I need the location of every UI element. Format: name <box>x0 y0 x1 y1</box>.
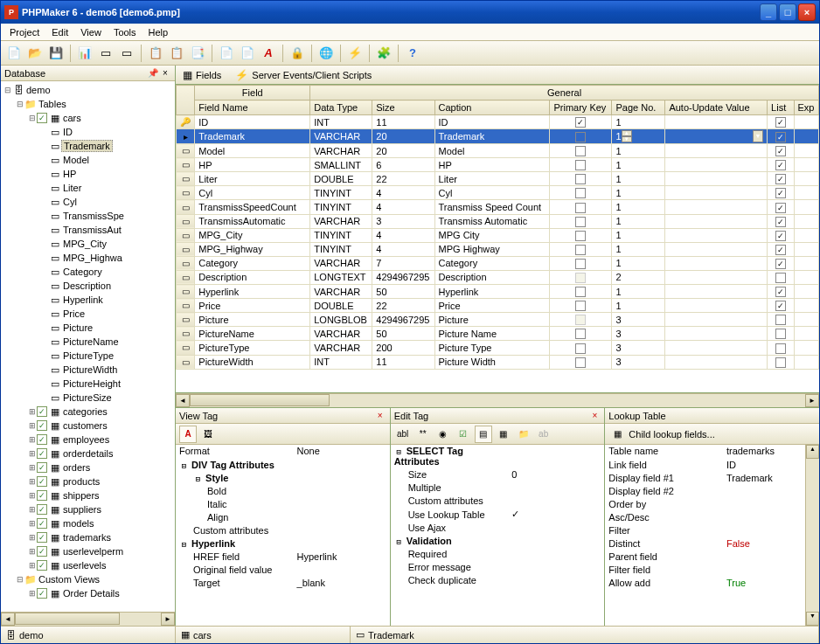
grid-row[interactable]: ▭MPG_HighwayTINYINT4MPG Highway1✓ <box>177 242 819 256</box>
menu-project[interactable]: Project <box>4 25 45 39</box>
prop-row[interactable]: Filter field <box>605 563 819 576</box>
open-icon[interactable]: 📂 <box>25 44 45 63</box>
tree-node[interactable]: ▭Trademark <box>3 139 173 153</box>
menu-tools[interactable]: Tools <box>108 25 142 39</box>
checkbox-icon[interactable]: ☑ <box>455 426 472 443</box>
gen-icon[interactable]: ⚡ <box>345 44 365 63</box>
grid-row[interactable]: ▭HyperlinkVARCHAR50Hyperlink1✓ <box>177 285 819 299</box>
radio-icon[interactable]: ◉ <box>434 426 452 443</box>
prop-row[interactable]: Asc/Desc <box>605 510 819 523</box>
child-lookup-icon[interactable]: ▦ <box>608 426 626 443</box>
tree-node[interactable]: ▭PictureHeight <box>3 377 173 391</box>
grid-row[interactable]: ▭CylTINYINT4Cyl1✓ <box>177 186 819 200</box>
tree-node[interactable]: ▭Category <box>3 265 173 279</box>
tree-node[interactable]: ⊞✓▦userlevels <box>3 558 173 572</box>
ext-icon[interactable]: 🧩 <box>374 44 393 63</box>
format-text-icon[interactable]: A <box>179 426 197 443</box>
file-icon[interactable]: 📁 <box>515 426 532 443</box>
tree-node[interactable]: ⊞✓▦models <box>3 516 173 530</box>
fields-grid[interactable]: FieldGeneralField NameData TypeSizeCapti… <box>176 85 819 393</box>
doc2-icon[interactable]: 📄 <box>238 44 257 63</box>
hidden-icon[interactable]: ab <box>535 426 552 443</box>
prop-row[interactable]: Size0 <box>391 468 605 481</box>
grid-row[interactable]: 🔑IDINT11ID✓1✓ <box>177 115 819 129</box>
menu-view[interactable]: View <box>75 25 107 39</box>
panel-close-icon[interactable]: × <box>588 410 601 422</box>
tree-node[interactable]: ▭Cyl <box>3 195 173 209</box>
tab-fields[interactable]: ▦Fields <box>179 67 225 83</box>
prop-row[interactable]: Display field #2 <box>605 484 819 497</box>
panel-close-icon[interactable]: × <box>159 67 171 80</box>
grid-row[interactable]: ▭HPSMALLINT6HP1✓ <box>177 158 819 172</box>
copy-icon[interactable]: 📋 <box>146 44 165 63</box>
tree-node[interactable]: ▭MPG_Highwa <box>3 251 173 265</box>
grid-row[interactable]: ▭DescriptionLONGTEXT4294967295Descriptio… <box>177 270 819 284</box>
tree-node[interactable]: ▭Liter <box>3 181 173 195</box>
prop-row[interactable]: Error message <box>391 561 605 574</box>
prop-row[interactable]: Original field value <box>176 563 390 576</box>
prop-row[interactable]: Custom attributes <box>176 523 390 537</box>
prop-group[interactable]: ⊟ SELECT Tag Attributes <box>391 445 605 468</box>
tree-node[interactable]: ⊟📁Tables <box>3 97 173 111</box>
tree-node[interactable]: ⊞✓▦trademarks <box>3 530 173 544</box>
sync-icon[interactable]: 📊 <box>75 44 94 63</box>
lookup-vscroll[interactable]: ▲ ▼ <box>805 445 819 626</box>
prop-group[interactable]: ⊟ Validation <box>391 535 605 548</box>
grid-row[interactable]: ▭MPG_CityTINYINT4MPG City1✓ <box>177 228 819 242</box>
tab-events[interactable]: ⚡Server Events/Client Scripts <box>232 67 375 83</box>
prop-row[interactable]: Custom attributes <box>391 495 605 508</box>
prop-row[interactable]: Display field #1Trademark <box>605 471 819 484</box>
grid-row[interactable]: ▭ModelVARCHAR20Model1✓ <box>177 144 819 158</box>
grid-hscroll[interactable]: ◄► <box>176 393 819 407</box>
prop-row[interactable]: FormatNone <box>176 445 390 458</box>
new-icon[interactable]: 📄 <box>4 44 24 63</box>
tree-node[interactable]: ▭PictureWidth <box>3 363 173 377</box>
pin-icon[interactable]: 📌 <box>147 67 159 80</box>
maximize-button[interactable]: □ <box>779 3 796 21</box>
help-icon[interactable]: ? <box>403 44 422 63</box>
prop-row[interactable]: DistinctFalse <box>605 537 819 550</box>
prop-row[interactable]: Multiple <box>391 481 605 495</box>
password-icon[interactable]: ** <box>414 426 432 443</box>
paste-icon[interactable]: 📋 <box>167 44 186 63</box>
prop-row[interactable]: Table nametrademarks <box>605 445 819 458</box>
select-icon[interactable]: ▤ <box>475 426 492 443</box>
prop-row[interactable]: Italic <box>176 497 390 510</box>
tree-node[interactable]: ▭TransmissSpe <box>3 209 173 223</box>
grid-row[interactable]: ▭PictureWidthINT11Picture Width3 <box>177 355 819 369</box>
menu-edit[interactable]: Edit <box>46 25 73 39</box>
text-input-icon[interactable]: abl <box>394 426 412 443</box>
tree-node[interactable]: ⊞✓▦customers <box>3 419 173 433</box>
tree-node[interactable]: ▭ID <box>3 125 173 139</box>
grid-row[interactable]: ▭CategoryVARCHAR7Category1✓ <box>177 256 819 270</box>
tree-node[interactable]: ⊞✓▦suppliers <box>3 502 173 516</box>
textarea-icon[interactable]: ▦ <box>495 426 512 443</box>
grid-row[interactable]: ▭PictureTypeVARCHAR200Picture Type3 <box>177 341 819 355</box>
tree-node[interactable]: ⊞✓▦userlevelperm <box>3 544 173 558</box>
tree-node[interactable]: ⊟🗄demo <box>3 83 173 97</box>
grid-row[interactable]: ▭PriceDOUBLE22Price1✓ <box>177 299 819 313</box>
stack-icon[interactable]: 📑 <box>188 44 207 63</box>
prop-row[interactable]: Parent field <box>605 550 819 563</box>
tree-node[interactable]: ▭Price <box>3 307 173 321</box>
grid-row[interactable]: ▭LiterDOUBLE22Liter1✓ <box>177 172 819 186</box>
tree-node[interactable]: ⊞✓▦shippers <box>3 488 173 502</box>
menu-help[interactable]: Help <box>143 25 174 39</box>
tree-node[interactable]: ▭PictureSize <box>3 391 173 405</box>
tree-node[interactable]: ▭PictureType <box>3 349 173 363</box>
tree-node[interactable]: ⊟✓▦cars <box>3 111 173 125</box>
lock-icon[interactable]: 🔒 <box>288 44 307 63</box>
panel1-icon[interactable]: ▭ <box>96 44 115 63</box>
database-tree[interactable]: ⊟🗄demo⊟📁Tables⊟✓▦cars▭ID▭Trademark▭Model… <box>1 81 175 612</box>
image-icon[interactable]: 🖼 <box>199 426 217 443</box>
tree-node[interactable]: ⊞✓▦employees <box>3 433 173 447</box>
tree-node[interactable]: ▭MPG_City <box>3 237 173 251</box>
prop-row[interactable]: Required <box>391 548 605 561</box>
tree-node[interactable]: ▭Description <box>3 279 173 293</box>
tree-node[interactable]: ⊞✓▦categories <box>3 405 173 419</box>
font-icon[interactable]: A <box>259 44 278 63</box>
save-icon[interactable]: 💾 <box>46 44 66 63</box>
grid-row[interactable]: ▭PictureNameVARCHAR50Picture Name3 <box>177 327 819 341</box>
prop-group[interactable]: ⊟ Style <box>176 471 390 484</box>
tree-node[interactable]: ▭Picture <box>3 321 173 335</box>
